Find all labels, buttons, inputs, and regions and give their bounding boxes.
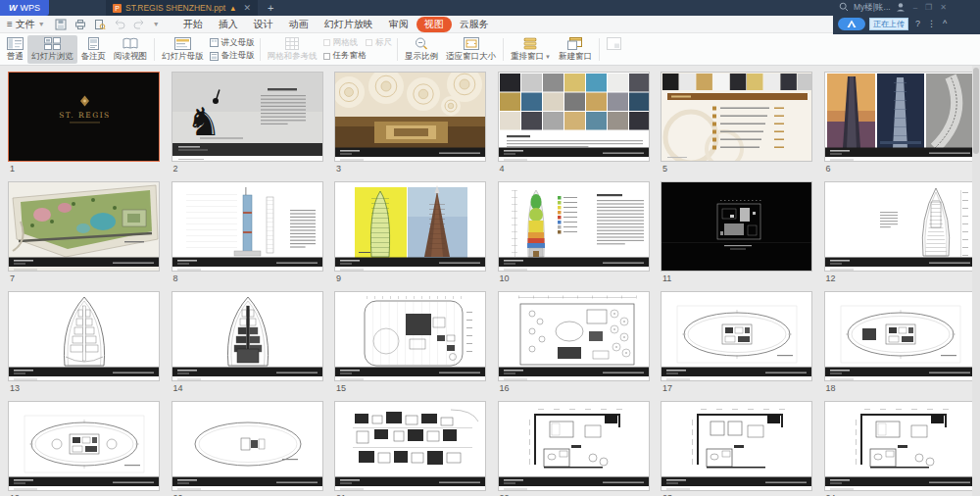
minimize-icon[interactable]: –	[913, 3, 917, 12]
qat-more-icon[interactable]: ▼	[153, 21, 160, 27]
slide-cell-7: 7	[8, 181, 160, 283]
slide-thumbnail-2[interactable]: ♞	[172, 72, 323, 162]
slide-cell-18: 18	[824, 291, 976, 393]
slide-thumbnail-10[interactable]	[498, 181, 650, 272]
slide-thumbnail-7[interactable]	[8, 181, 160, 272]
slide-thumbnail-23[interactable]	[661, 401, 812, 491]
svg-text:ST. REGIS: ST. REGIS	[59, 111, 111, 120]
notes-page-icon	[87, 37, 100, 50]
notes-page-button[interactable]: 备注页	[77, 35, 111, 64]
slide-thumbnail-4[interactable]	[498, 72, 650, 162]
slide-thumbnail-18[interactable]	[824, 291, 976, 381]
slide-thumbnail-15[interactable]	[334, 291, 486, 381]
checkbox-icon	[323, 53, 330, 60]
slide-thumbnail-17[interactable]	[661, 291, 812, 381]
collapse-ribbon-icon[interactable]: ^	[943, 19, 947, 28]
slide-number: 14	[173, 383, 323, 393]
slide-cell-12: 12	[824, 181, 976, 283]
new-window-icon	[567, 37, 582, 50]
save-icon[interactable]	[55, 19, 67, 30]
titlebar-corner: My楼|账... – ❐ ✕ 正在上传 ? ⋮ ^	[833, 0, 980, 34]
wps-logo[interactable]: W WPS	[0, 0, 49, 16]
more-options-icon[interactable]: ⋮	[927, 19, 936, 28]
help-icon[interactable]: ?	[915, 19, 920, 28]
slide-cell-4: 4	[498, 72, 650, 174]
slide-thumbnail-14[interactable]	[172, 291, 323, 381]
cloud-upload-button[interactable]	[838, 18, 865, 30]
menu-云服务[interactable]: 云服务	[452, 17, 497, 32]
menu-设计[interactable]: 设计	[246, 17, 281, 32]
slide-thumbnail-22[interactable]	[498, 401, 650, 491]
quick-access-toolbar: ▼	[55, 19, 160, 30]
handout-master-button[interactable]: 讲义母版	[210, 37, 255, 49]
normal-view-button[interactable]: 普通	[3, 35, 27, 64]
vertical-scrollbar[interactable]	[972, 66, 980, 496]
file-menu[interactable]: ≡ 文件 ▼	[7, 18, 45, 31]
tab-close-icon[interactable]: ✕	[243, 3, 251, 13]
search-icon[interactable]	[839, 2, 849, 14]
reading-view-button[interactable]: 阅读视图	[110, 35, 151, 64]
slide-number: 12	[826, 273, 976, 283]
fit-window-button[interactable]: 适应窗口大小	[442, 35, 500, 64]
zoom-button[interactable]: 显示比例	[401, 35, 442, 64]
zoom-icon	[415, 37, 428, 50]
slide-cell-9: 9	[334, 181, 486, 283]
slide-thumbnail-1[interactable]: ST. REGIS	[8, 72, 160, 162]
task-pane-checkbox[interactable]: 任务窗格	[323, 50, 367, 62]
menu-开始[interactable]: 开始	[175, 17, 211, 32]
arrange-windows-button[interactable]: 重排窗口▼	[507, 35, 555, 64]
slide-thumbnail-3[interactable]	[334, 72, 486, 162]
slide-thumbnail-19[interactable]	[8, 401, 160, 491]
document-tab[interactable]: P ST.REGIS SHENZHEN.ppt ▲ ✕	[106, 0, 258, 16]
slide-cell-13: 13	[8, 291, 160, 393]
slide-thumbnail-11[interactable]	[661, 181, 812, 272]
redo-icon[interactable]	[133, 19, 145, 30]
user-avatar-icon[interactable]	[896, 2, 906, 14]
slide-thumbnail-13[interactable]	[8, 291, 160, 381]
print-icon[interactable]	[74, 19, 86, 30]
arrange-windows-icon	[523, 37, 537, 50]
new-tab-button[interactable]: +	[258, 0, 283, 16]
scrollbar-thumb[interactable]	[973, 68, 979, 154]
svg-text:♞: ♞	[186, 100, 221, 143]
slide-sorter-button[interactable]: 幻灯片浏览	[27, 35, 77, 64]
reading-view-icon	[122, 37, 138, 50]
wps-w-icon: W	[9, 3, 18, 13]
menu-插入[interactable]: 插入	[211, 17, 246, 32]
checkbox-icon	[366, 39, 372, 46]
slide-number: 13	[10, 383, 160, 393]
slide-number: 6	[826, 164, 976, 174]
slide-thumbnail-8[interactable]	[172, 181, 323, 272]
handout-master-icon	[210, 38, 219, 47]
slide-cell-5: 5	[661, 72, 812, 174]
maximize-icon[interactable]: ❐	[925, 3, 932, 12]
slide-sorter: ST. REGIS 1 ♞ 2 3 4 5 6 7	[0, 66, 980, 496]
ribbon-view-tab: 普通 幻灯片浏览 备注页 阅读视图 幻灯片母版 讲义母版 备注母版 网格和参考线…	[0, 33, 980, 66]
slide-number: 18	[826, 383, 976, 393]
slide-thumbnail-21[interactable]	[334, 401, 486, 491]
slide-thumbnail-9[interactable]	[334, 181, 486, 272]
slide-thumbnail-16[interactable]	[498, 291, 650, 381]
menu-动画[interactable]: 动画	[281, 17, 317, 32]
slide-thumbnail-24[interactable]	[824, 401, 976, 491]
slide-master-icon	[174, 37, 191, 50]
close-icon[interactable]: ✕	[940, 3, 947, 12]
ruler-checkbox: 标尺	[366, 37, 392, 49]
undo-icon[interactable]	[114, 19, 125, 30]
notes-master-button[interactable]: 备注母版	[210, 50, 255, 62]
user-account[interactable]: My楼|账...	[854, 2, 891, 14]
slide-thumbnail-20[interactable]	[172, 401, 323, 491]
print-preview-icon[interactable]	[94, 19, 106, 30]
slide-thumbnail-5[interactable]	[661, 72, 812, 162]
gridlines-checkbox: 网格线	[323, 37, 359, 49]
slide-thumbnail-6[interactable]	[824, 72, 976, 162]
slide-thumbnail-12[interactable]	[824, 181, 976, 272]
slide-number: 3	[336, 164, 486, 174]
menu-视图[interactable]: 视图	[416, 17, 452, 32]
slide-number: 15	[336, 383, 486, 393]
slide-master-button[interactable]: 幻灯片母版	[158, 35, 208, 64]
new-window-button[interactable]: 新建窗口	[555, 35, 596, 64]
menu-审阅[interactable]: 审阅	[381, 17, 416, 32]
slide-cell-20: 20	[172, 401, 323, 496]
menu-幻灯片放映[interactable]: 幻灯片放映	[317, 17, 381, 32]
